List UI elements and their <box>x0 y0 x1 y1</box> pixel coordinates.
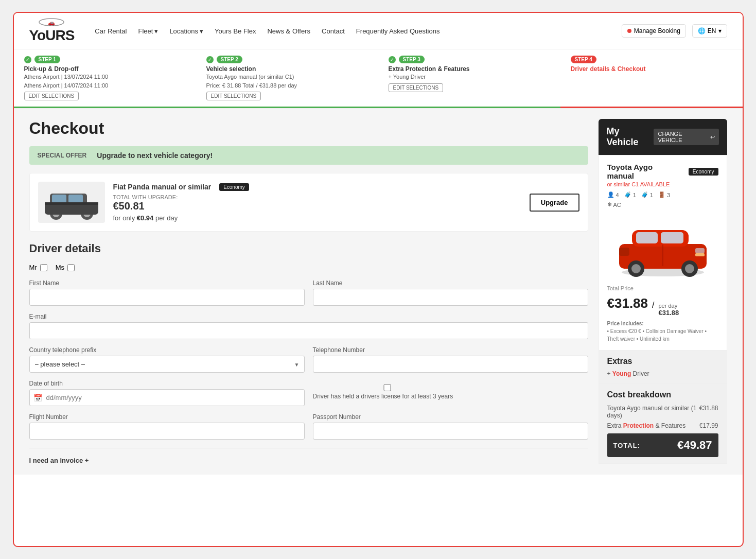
nav-car-rental[interactable]: Car Rental <box>95 27 127 35</box>
phone-input[interactable] <box>313 356 588 373</box>
total-row: TOTAL: €49.87 <box>607 433 718 457</box>
svg-rect-8 <box>52 195 66 203</box>
first-name-input[interactable] <box>29 289 305 306</box>
change-vehicle-button[interactable]: CHANGE VEHICLE ↩ <box>654 129 718 145</box>
passport-group: Passport Number <box>313 413 588 440</box>
nav-contact[interactable]: Contact <box>322 27 345 35</box>
email-input[interactable] <box>29 322 588 339</box>
price-includes: Price includes: • Excess €20 € • Collisi… <box>607 320 718 343</box>
vehicle-ac-icon: ❄ AC <box>607 201 718 208</box>
nav-fleet[interactable]: Fleet ▾ <box>138 27 158 35</box>
cost-row-0-label: Toyota Aygo manual or similar (1 days) <box>607 405 699 419</box>
cost-breakdown-title: Cost breakdown <box>607 390 718 399</box>
svg-rect-10 <box>45 202 98 205</box>
cost-protection-highlight: Protection <box>623 422 654 429</box>
dob-row: Date of birth 📅 Driver has held a driver… <box>29 380 588 406</box>
calendar-icon: 📅 <box>33 394 42 402</box>
manage-booking-dot-icon <box>627 29 631 33</box>
price-includes-text: • Excess €20 € • Collision Damage Waiver… <box>607 328 707 342</box>
special-offer-text: Upgrade to next vehicle category! <box>97 151 213 160</box>
upgrade-button[interactable]: Upgrade <box>530 194 579 212</box>
vehicle-total-price: €31.88 <box>607 295 648 311</box>
invoice-link[interactable]: I need an invoice + <box>29 457 588 464</box>
svg-rect-23 <box>695 253 705 256</box>
logo[interactable]: 🚗 YoURS <box>29 18 75 44</box>
step-1-check-icon: ✓ <box>24 56 31 63</box>
per-day-label: per day <box>658 303 679 309</box>
last-name-input[interactable] <box>313 289 588 306</box>
nav-flex[interactable]: Yours Be Flex <box>215 27 256 35</box>
vehicle-luggage1-icon: 🧳 1 <box>624 191 636 198</box>
step-3-edit-button[interactable]: EDIT SELECTIONS <box>389 83 444 92</box>
first-name-label: First Name <box>29 280 305 287</box>
email-group: E-mail <box>29 313 588 339</box>
cost-row-0-amount: €31.88 <box>699 405 718 419</box>
gender-row: Mr Ms <box>29 264 588 271</box>
gender-ms-label: Ms <box>56 264 64 271</box>
svg-rect-17 <box>695 248 705 253</box>
vehicle-image <box>607 213 718 280</box>
passport-input[interactable] <box>313 423 588 440</box>
extras-title: Extras <box>607 357 718 366</box>
upgrade-per-day-suffix: per day <box>155 214 178 222</box>
nav-faq[interactable]: Frequently Asked Questions <box>356 27 440 35</box>
page-frame: 🚗 YoURS Car Rental Fleet ▾ Locations ▾ Y… <box>13 12 744 547</box>
phone-group: Telephone Number <box>313 346 588 373</box>
step-3-badge: STEP 3 <box>399 56 425 63</box>
license-checkbox[interactable] <box>313 384 462 391</box>
main-content: Checkout SPECIAL OFFER Upgrade to next v… <box>14 109 743 475</box>
cost-breakdown-section: Cost breakdown Toyota Aygo manual or sim… <box>599 384 727 464</box>
upgrade-offer-card: Fiat Panda manual or similar Economy Tot… <box>29 173 588 232</box>
svg-rect-15 <box>661 232 683 243</box>
nav-news[interactable]: News & Offers <box>267 27 310 35</box>
step-1-detail-2: Athens Airport | 14/07/2024 11:00 <box>24 81 186 90</box>
step-2-detail-2: Price: € 31.88 Total / €31.88 per day <box>206 81 368 90</box>
dob-group: Date of birth 📅 <box>29 380 305 406</box>
step-4-title: Driver details & Checkout <box>571 65 732 73</box>
country-prefix-select[interactable]: – please select – <box>29 356 305 373</box>
phone-label: Telephone Number <box>313 346 588 354</box>
extras-item-highlight: Young <box>612 370 631 377</box>
language-button[interactable]: 🌐 EN ▾ <box>692 24 727 38</box>
header: 🚗 YoURS Car Rental Fleet ▾ Locations ▾ Y… <box>14 13 743 49</box>
per-day-block: per day €31.88 <box>658 303 679 317</box>
gender-ms-option[interactable]: Ms <box>56 264 75 271</box>
nav-locations[interactable]: Locations ▾ <box>169 27 203 35</box>
gender-mr-label: Mr <box>29 264 37 271</box>
phone-row: Country telephone prefix – please select… <box>29 346 588 373</box>
last-name-label: Last Name <box>313 280 588 287</box>
step-2-title: Vehicle selection <box>206 65 368 73</box>
country-prefix-label: Country telephone prefix <box>29 346 305 354</box>
dob-input-wrapper: 📅 <box>29 389 305 406</box>
manage-booking-label: Manage Booking <box>634 27 680 34</box>
gender-ms-checkbox[interactable] <box>67 264 75 271</box>
gender-mr-checkbox[interactable] <box>40 264 47 271</box>
step-4-badge: STEP 4 <box>571 56 596 63</box>
vehicle-car-svg <box>611 216 714 277</box>
step-3-check-icon: ✓ <box>389 56 396 63</box>
step-2-detail-1: Toyota Aygo manual (or similar C1) <box>206 73 368 81</box>
country-prefix-wrapper: – please select – <box>29 356 305 373</box>
step-1-edit-button[interactable]: EDIT SELECTIONS <box>24 92 79 100</box>
right-column: My Vehicle CHANGE VEHICLE ↩ Toyota Aygo … <box>599 119 727 464</box>
upgrade-total-label: Total WITH UPGRADE: <box>113 194 521 200</box>
chevron-down-icon: ▾ <box>718 27 722 34</box>
extras-section: Extras + Young Driver <box>599 351 727 384</box>
upgrade-per-day-text: for only <box>113 214 135 222</box>
logo-car-icon: 🚗 <box>29 18 75 27</box>
driver-details-section: Driver details Mr Ms First Name <box>29 242 588 464</box>
flight-label: Flight Number <box>29 413 305 421</box>
upgrade-per-day: for only €0.94 per day <box>113 214 521 222</box>
price-slash: / <box>652 301 654 310</box>
my-vehicle-title: My Vehicle <box>607 126 654 148</box>
upgrade-economy-badge: Economy <box>219 183 249 191</box>
upgrade-car-name: Fiat Panda manual or similar <box>113 183 212 191</box>
step-3-detail-1: + Young Driver <box>389 73 550 81</box>
dob-input[interactable] <box>29 389 305 406</box>
vehicle-seats-icon: 👤 4 <box>607 191 619 198</box>
step-2-edit-button[interactable]: EDIT SELECTIONS <box>206 92 261 100</box>
manage-booking-button[interactable]: Manage Booking <box>622 24 686 38</box>
gender-mr-option[interactable]: Mr <box>29 264 47 271</box>
license-label[interactable]: Driver has held a drivers license for at… <box>313 384 462 400</box>
flight-input[interactable] <box>29 423 305 440</box>
